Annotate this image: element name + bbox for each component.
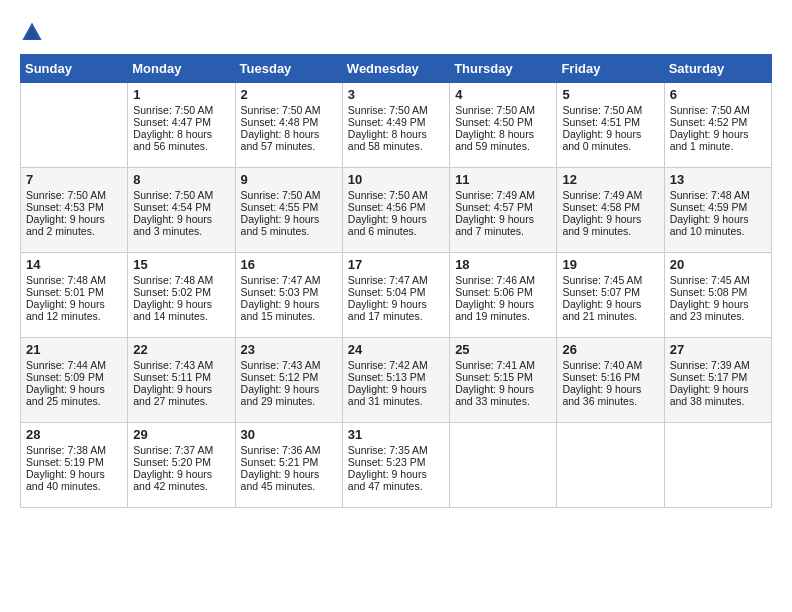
day-number: 14 — [26, 257, 122, 272]
day-info: Sunrise: 7:49 AM — [562, 189, 658, 201]
calendar-cell: 10Sunrise: 7:50 AMSunset: 4:56 PMDayligh… — [342, 168, 449, 253]
day-info: Sunset: 4:56 PM — [348, 201, 444, 213]
calendar-cell: 7Sunrise: 7:50 AMSunset: 4:53 PMDaylight… — [21, 168, 128, 253]
calendar-cell: 1Sunrise: 7:50 AMSunset: 4:47 PMDaylight… — [128, 83, 235, 168]
day-info: Daylight: 8 hours — [455, 128, 551, 140]
calendar-table: SundayMondayTuesdayWednesdayThursdayFrid… — [20, 54, 772, 508]
day-info: and 59 minutes. — [455, 140, 551, 152]
calendar-cell: 8Sunrise: 7:50 AMSunset: 4:54 PMDaylight… — [128, 168, 235, 253]
calendar-cell: 29Sunrise: 7:37 AMSunset: 5:20 PMDayligh… — [128, 423, 235, 508]
day-info: and 56 minutes. — [133, 140, 229, 152]
day-number: 31 — [348, 427, 444, 442]
day-info: Daylight: 9 hours — [455, 213, 551, 225]
day-info: and 5 minutes. — [241, 225, 337, 237]
calendar-cell: 27Sunrise: 7:39 AMSunset: 5:17 PMDayligh… — [664, 338, 771, 423]
day-number: 25 — [455, 342, 551, 357]
day-info: Sunset: 5:21 PM — [241, 456, 337, 468]
day-info: Daylight: 9 hours — [133, 468, 229, 480]
calendar-cell: 21Sunrise: 7:44 AMSunset: 5:09 PMDayligh… — [21, 338, 128, 423]
day-info: Sunrise: 7:50 AM — [133, 189, 229, 201]
day-info: Sunrise: 7:50 AM — [133, 104, 229, 116]
day-info: Daylight: 9 hours — [348, 468, 444, 480]
day-info: Daylight: 9 hours — [26, 213, 122, 225]
calendar-cell: 2Sunrise: 7:50 AMSunset: 4:48 PMDaylight… — [235, 83, 342, 168]
day-info: Sunset: 4:57 PM — [455, 201, 551, 213]
day-number: 26 — [562, 342, 658, 357]
day-info: Daylight: 9 hours — [348, 383, 444, 395]
calendar-cell: 25Sunrise: 7:41 AMSunset: 5:15 PMDayligh… — [450, 338, 557, 423]
calendar-cell — [21, 83, 128, 168]
day-info: and 10 minutes. — [670, 225, 766, 237]
day-info: and 29 minutes. — [241, 395, 337, 407]
day-info: Sunset: 4:59 PM — [670, 201, 766, 213]
day-info: Daylight: 9 hours — [562, 213, 658, 225]
day-number: 19 — [562, 257, 658, 272]
day-info: Daylight: 9 hours — [26, 383, 122, 395]
day-info: Sunrise: 7:46 AM — [455, 274, 551, 286]
day-info: and 3 minutes. — [133, 225, 229, 237]
day-info: and 7 minutes. — [455, 225, 551, 237]
day-info: and 19 minutes. — [455, 310, 551, 322]
day-info: and 23 minutes. — [670, 310, 766, 322]
day-number: 16 — [241, 257, 337, 272]
day-info: Sunrise: 7:43 AM — [133, 359, 229, 371]
day-info: Sunset: 5:20 PM — [133, 456, 229, 468]
calendar-cell — [450, 423, 557, 508]
day-info: and 25 minutes. — [26, 395, 122, 407]
day-info: Sunrise: 7:50 AM — [26, 189, 122, 201]
day-info: Sunrise: 7:36 AM — [241, 444, 337, 456]
calendar-cell: 17Sunrise: 7:47 AMSunset: 5:04 PMDayligh… — [342, 253, 449, 338]
day-info: Daylight: 9 hours — [241, 383, 337, 395]
calendar-week-row: 7Sunrise: 7:50 AMSunset: 4:53 PMDaylight… — [21, 168, 772, 253]
calendar-cell: 14Sunrise: 7:48 AMSunset: 5:01 PMDayligh… — [21, 253, 128, 338]
day-info: Sunrise: 7:47 AM — [348, 274, 444, 286]
day-info: and 2 minutes. — [26, 225, 122, 237]
day-info: and 14 minutes. — [133, 310, 229, 322]
day-info: Sunset: 5:16 PM — [562, 371, 658, 383]
day-number: 11 — [455, 172, 551, 187]
day-info: and 12 minutes. — [26, 310, 122, 322]
day-number: 1 — [133, 87, 229, 102]
day-info: Daylight: 8 hours — [241, 128, 337, 140]
day-info: Sunset: 5:09 PM — [26, 371, 122, 383]
day-info: Sunrise: 7:50 AM — [670, 104, 766, 116]
day-info: Sunrise: 7:48 AM — [670, 189, 766, 201]
day-info: Sunrise: 7:37 AM — [133, 444, 229, 456]
day-info: and 21 minutes. — [562, 310, 658, 322]
calendar-cell: 28Sunrise: 7:38 AMSunset: 5:19 PMDayligh… — [21, 423, 128, 508]
header-saturday: Saturday — [664, 55, 771, 83]
calendar-cell: 9Sunrise: 7:50 AMSunset: 4:55 PMDaylight… — [235, 168, 342, 253]
day-info: and 38 minutes. — [670, 395, 766, 407]
calendar-cell: 12Sunrise: 7:49 AMSunset: 4:58 PMDayligh… — [557, 168, 664, 253]
calendar-header-row: SundayMondayTuesdayWednesdayThursdayFrid… — [21, 55, 772, 83]
day-number: 18 — [455, 257, 551, 272]
day-info: Sunrise: 7:48 AM — [133, 274, 229, 286]
day-info: Sunrise: 7:50 AM — [562, 104, 658, 116]
logo-icon — [20, 20, 44, 44]
day-number: 8 — [133, 172, 229, 187]
day-info: Sunset: 5:01 PM — [26, 286, 122, 298]
calendar-week-row: 1Sunrise: 7:50 AMSunset: 4:47 PMDaylight… — [21, 83, 772, 168]
header-wednesday: Wednesday — [342, 55, 449, 83]
day-info: Daylight: 9 hours — [133, 213, 229, 225]
day-info: Daylight: 9 hours — [241, 468, 337, 480]
day-info: Daylight: 9 hours — [455, 298, 551, 310]
calendar-cell: 6Sunrise: 7:50 AMSunset: 4:52 PMDaylight… — [664, 83, 771, 168]
calendar-week-row: 21Sunrise: 7:44 AMSunset: 5:09 PMDayligh… — [21, 338, 772, 423]
day-number: 30 — [241, 427, 337, 442]
day-info: Sunset: 4:50 PM — [455, 116, 551, 128]
calendar-cell: 24Sunrise: 7:42 AMSunset: 5:13 PMDayligh… — [342, 338, 449, 423]
day-number: 20 — [670, 257, 766, 272]
calendar-cell: 15Sunrise: 7:48 AMSunset: 5:02 PMDayligh… — [128, 253, 235, 338]
day-info: Daylight: 9 hours — [133, 383, 229, 395]
day-info: and 58 minutes. — [348, 140, 444, 152]
day-info: and 33 minutes. — [455, 395, 551, 407]
logo — [20, 20, 48, 44]
calendar-week-row: 14Sunrise: 7:48 AMSunset: 5:01 PMDayligh… — [21, 253, 772, 338]
day-info: Sunrise: 7:50 AM — [241, 104, 337, 116]
calendar-cell: 18Sunrise: 7:46 AMSunset: 5:06 PMDayligh… — [450, 253, 557, 338]
day-info: and 15 minutes. — [241, 310, 337, 322]
day-info: Sunrise: 7:48 AM — [26, 274, 122, 286]
calendar-cell — [664, 423, 771, 508]
day-info: Sunrise: 7:50 AM — [455, 104, 551, 116]
